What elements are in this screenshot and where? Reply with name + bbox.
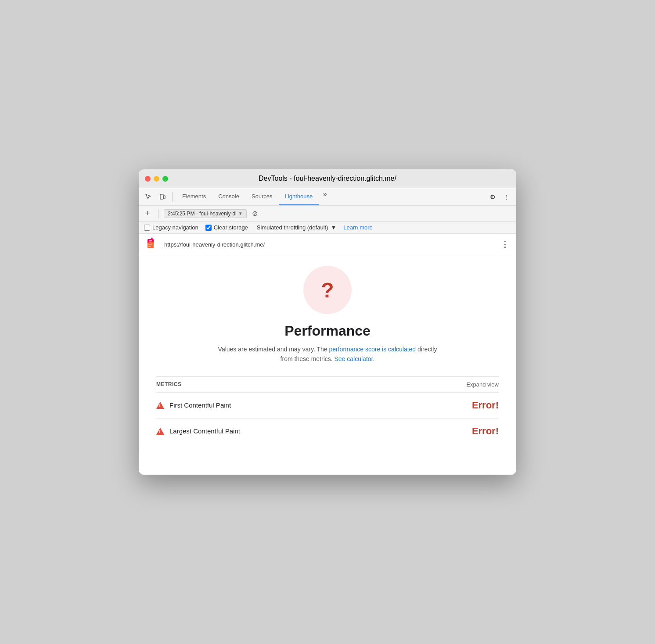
legacy-navigation-label: Legacy navigation: [152, 224, 198, 231]
options-row: Legacy navigation Clear storage Simulate…: [139, 222, 516, 234]
learn-more-link[interactable]: Learn more: [343, 224, 372, 231]
performance-score-link[interactable]: performance score is calculated: [329, 346, 416, 353]
stop-button[interactable]: ⊘: [250, 209, 260, 218]
traffic-lights: [145, 176, 168, 182]
minimize-button[interactable]: [154, 176, 159, 182]
score-question-mark: ?: [321, 278, 334, 302]
clear-storage-group: Clear storage: [205, 224, 248, 231]
device-toolbar-button[interactable]: [156, 191, 169, 203]
performance-description: Values are estimated and may vary. The p…: [213, 344, 442, 364]
chevron-down-icon: ▼: [238, 211, 243, 216]
more-options-button[interactable]: ⋮: [500, 191, 513, 203]
fcp-metric-name: First Contentful Paint: [169, 401, 472, 409]
warning-triangle-icon: [156, 402, 164, 409]
throttle-group: Simulated throttling (default) ▼: [257, 224, 336, 231]
fcp-metric-value: Error!: [472, 400, 499, 411]
url-bar-row: + 2:45:25 PM - foul-heavenly-di ▼ ⊘: [139, 206, 516, 222]
svg-rect-1: [164, 196, 165, 199]
lighthouse-url-text: https://foul-heavenly-direction.glitch.m…: [164, 241, 494, 248]
url-chip[interactable]: 2:45:25 PM - foul-heavenly-di ▼: [164, 209, 247, 218]
devtools-window: DevTools - foul-heavenly-direction.glitc…: [139, 169, 516, 475]
svg-rect-0: [160, 194, 163, 199]
toolbar-divider: [172, 192, 173, 202]
clear-storage-checkbox[interactable]: [205, 225, 212, 231]
settings-button[interactable]: ⚙: [486, 191, 499, 203]
close-button[interactable]: [145, 176, 151, 182]
svg-rect-4: [149, 240, 152, 241]
svg-rect-6: [148, 244, 152, 245]
more-tabs-button[interactable]: »: [319, 188, 331, 200]
titlebar-title: DevTools - foul-heavenly-direction.glitc…: [259, 175, 396, 182]
description-text: Values are estimated and may vary. The: [218, 346, 329, 353]
titlebar: DevTools - foul-heavenly-direction.glitc…: [139, 169, 516, 188]
tab-elements[interactable]: Elements: [176, 188, 212, 205]
expand-view-button[interactable]: Expand view: [466, 381, 499, 388]
tab-sources[interactable]: Sources: [245, 188, 279, 205]
tab-console[interactable]: Console: [212, 188, 245, 205]
metric-row-fcp: First Contentful Paint Error!: [156, 392, 499, 418]
simulated-throttling-label: Simulated throttling (default): [257, 224, 328, 231]
throttle-dropdown-button[interactable]: ▼: [331, 224, 336, 231]
lcp-metric-name: Largest Contentful Paint: [169, 427, 472, 435]
lighthouse-more-button[interactable]: ⋮: [500, 239, 510, 250]
metric-row-lcp: Largest Contentful Paint Error!: [156, 418, 499, 444]
tab-lighthouse[interactable]: Lighthouse: [279, 188, 319, 205]
add-button[interactable]: +: [142, 208, 153, 219]
warning-triangle-icon-lcp: [156, 428, 164, 435]
metrics-header: METRICS Expand view: [156, 376, 499, 392]
score-circle: ?: [303, 266, 352, 314]
lcp-metric-value: Error!: [472, 426, 499, 437]
performance-title: Performance: [156, 323, 499, 339]
maximize-button[interactable]: [162, 176, 168, 182]
lighthouse-logo-icon: [145, 237, 159, 251]
toolbar-right: ⚙ ⋮: [486, 191, 513, 203]
throttle-dropdown-icon: ▼: [331, 224, 336, 231]
calculator-link[interactable]: See calculator.: [335, 355, 375, 362]
lighthouse-url-row: https://foul-heavenly-direction.glitch.m…: [139, 234, 516, 255]
tabs: Elements Console Sources Lighthouse »: [176, 188, 485, 205]
legacy-navigation-group: Legacy navigation: [144, 224, 198, 231]
svg-marker-5: [150, 237, 154, 240]
metrics-label: METRICS: [156, 381, 182, 387]
svg-rect-7: [148, 246, 151, 247]
url-chip-text: 2:45:25 PM - foul-heavenly-di: [168, 211, 237, 217]
url-bar-divider: [158, 209, 158, 218]
devtools-toolbar: Elements Console Sources Lighthouse » ⚙ …: [139, 188, 516, 206]
legacy-navigation-checkbox[interactable]: [144, 225, 150, 231]
clear-storage-label: Clear storage: [214, 224, 248, 231]
inspect-tool-button[interactable]: [142, 191, 155, 203]
main-content: ? Performance Values are estimated and m…: [139, 255, 516, 475]
